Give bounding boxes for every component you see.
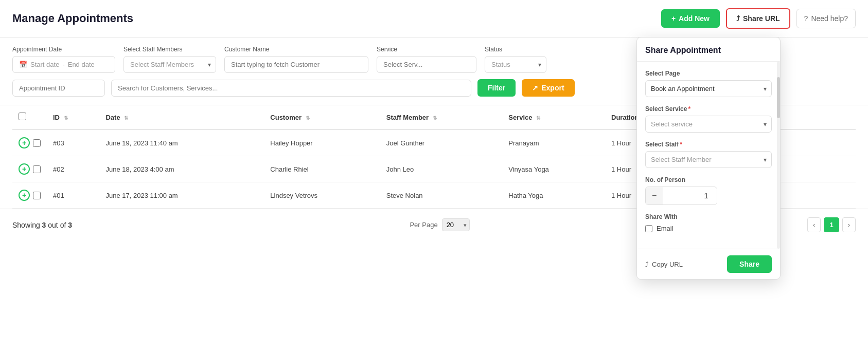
prev-page-button[interactable]: ‹: [807, 217, 821, 232]
col-customer: Customer ⇅: [264, 105, 380, 129]
cell-staff: Steve Nolan: [380, 182, 503, 209]
row-expand-button[interactable]: +: [19, 137, 30, 148]
date-sort-icon[interactable]: ⇅: [124, 115, 128, 121]
email-option: Email: [645, 225, 772, 232]
appointment-date-label: Appointment Date: [12, 46, 115, 53]
service-filter: Service: [377, 46, 476, 73]
cell-customer: Hailey Hopper: [264, 129, 380, 156]
share-url-label: Share URL: [743, 14, 780, 23]
scroll-track: [777, 62, 780, 249]
service-sort-icon[interactable]: ⇅: [536, 115, 540, 121]
select-page-select[interactable]: Book an Appointment Book Appointment: [645, 80, 772, 97]
cell-service: Pranayam: [502, 129, 605, 156]
select-staff-field: Select Staff * Select Staff Member: [645, 141, 772, 168]
share-with-field: Share With Email: [645, 213, 772, 232]
need-help-label: Need help?: [811, 14, 848, 23]
select-staff-wrapper: Select Staff Member: [645, 151, 772, 168]
cell-staff: John Leo: [380, 156, 503, 182]
copy-url-button[interactable]: ⤴ Copy URL: [645, 261, 683, 268]
col-checkbox: [12, 105, 47, 129]
row-checkbox[interactable]: [33, 165, 41, 173]
need-help-button[interactable]: ? Need help?: [796, 9, 856, 28]
customer-name-filter: Customer Name: [224, 46, 368, 73]
share-button[interactable]: Share: [727, 255, 772, 273]
search-wide-input[interactable]: [111, 80, 471, 97]
export-label: Export: [541, 84, 564, 92]
service-label: Service: [377, 46, 476, 53]
status-label: Status: [485, 46, 546, 53]
select-service-field: Select Service * Select service: [645, 105, 772, 133]
per-page-label: Per Page: [410, 221, 437, 229]
required-indicator-2: *: [680, 141, 682, 148]
plus-icon: +: [671, 14, 676, 23]
page-header: Manage Appointments + Add New ⤴ Share UR…: [0, 0, 868, 38]
id-sort-icon[interactable]: ⇅: [64, 115, 68, 121]
col-date: Date ⇅: [99, 105, 264, 129]
no-of-person-field: No. of Person − +: [645, 176, 772, 205]
share-url-button[interactable]: ⤴ Share URL: [726, 8, 790, 29]
share-panel-title: Share Appointment: [645, 46, 721, 55]
select-service-select[interactable]: Select service: [645, 116, 772, 133]
row-checkbox[interactable]: [33, 192, 41, 199]
email-label: Email: [657, 225, 674, 232]
staff-members-filter: Select Staff Members Select Staff Member…: [123, 46, 216, 73]
question-icon: ?: [804, 14, 808, 23]
per-page-select-wrapper: 20 50 100: [442, 218, 470, 231]
col-service: Service ⇅: [502, 105, 605, 129]
required-indicator: *: [688, 105, 690, 113]
start-date-placeholder: Start date: [30, 61, 59, 68]
showing-text: Showing 3 out of 3: [12, 221, 72, 229]
date-separator: -: [62, 61, 64, 68]
select-staff-label: Select Staff *: [645, 141, 772, 148]
cell-id: #01: [47, 182, 99, 209]
no-of-person-label: No. of Person: [645, 176, 772, 183]
share-panel-body: Select Page Book an Appointment Book App…: [637, 62, 780, 249]
appointment-id-input[interactable]: [12, 80, 105, 97]
end-date-placeholder: End date: [68, 61, 95, 68]
per-page-select[interactable]: 20 50 100: [442, 218, 470, 231]
cell-staff: Joel Gunther: [380, 129, 503, 156]
customer-name-input[interactable]: [224, 56, 368, 73]
row-expand-cell: +: [12, 156, 47, 182]
staff-members-select-wrapper: Select Staff Members: [123, 56, 216, 73]
header-actions: + Add New ⤴ Share URL ? Need help?: [661, 8, 856, 29]
share-panel: Share Appointment Select Page Book an Ap…: [636, 37, 781, 280]
select-service-wrapper: Select service: [645, 116, 772, 133]
page-title: Manage Appointments: [12, 12, 133, 25]
select-page-label: Select Page: [645, 70, 772, 77]
decrease-person-button[interactable]: −: [646, 187, 663, 205]
next-page-button[interactable]: ›: [842, 217, 856, 232]
status-select[interactable]: Status: [485, 56, 546, 73]
customer-sort-icon[interactable]: ⇅: [306, 115, 310, 121]
staff-members-label: Select Staff Members: [123, 46, 216, 53]
appointment-date-filter: Appointment Date 📅 Start date - End date: [12, 46, 115, 73]
cell-id: #03: [47, 129, 99, 156]
row-expand-button[interactable]: +: [19, 190, 30, 201]
page-1-button[interactable]: 1: [824, 217, 839, 232]
export-button[interactable]: ↗ Export: [522, 79, 574, 97]
date-range-input[interactable]: 📅 Start date - End date: [12, 56, 115, 73]
share-with-label: Share With: [645, 213, 772, 220]
person-count-input[interactable]: [663, 188, 717, 204]
row-checkbox[interactable]: [33, 139, 41, 147]
service-input[interactable]: [377, 56, 476, 73]
select-all-checkbox[interactable]: [19, 113, 26, 120]
email-checkbox[interactable]: [645, 225, 652, 232]
select-page-field: Select Page Book an Appointment Book App…: [645, 70, 772, 97]
calendar-icon: 📅: [19, 61, 27, 68]
staff-sort-icon[interactable]: ⇅: [433, 115, 437, 121]
row-expand-button[interactable]: +: [19, 163, 30, 175]
cell-date: June 17, 2023 11:00 am: [99, 182, 264, 209]
col-id: ID ⇅: [47, 105, 99, 129]
filter-button[interactable]: Filter: [477, 79, 516, 97]
person-counter: − +: [645, 187, 717, 205]
staff-members-select[interactable]: Select Staff Members: [123, 56, 216, 73]
select-staff-select[interactable]: Select Staff Member: [645, 151, 772, 168]
cell-date: June 19, 2023 11:40 am: [99, 129, 264, 156]
per-page-wrapper: Per Page 20 50 100: [410, 218, 469, 231]
add-new-button[interactable]: + Add New: [661, 9, 720, 28]
cell-service: Vinyasa Yoga: [502, 156, 605, 182]
pagination-buttons: ‹ 1 ›: [807, 217, 856, 232]
cell-date: June 18, 2023 4:00 am: [99, 156, 264, 182]
row-expand-cell: +: [12, 182, 47, 209]
